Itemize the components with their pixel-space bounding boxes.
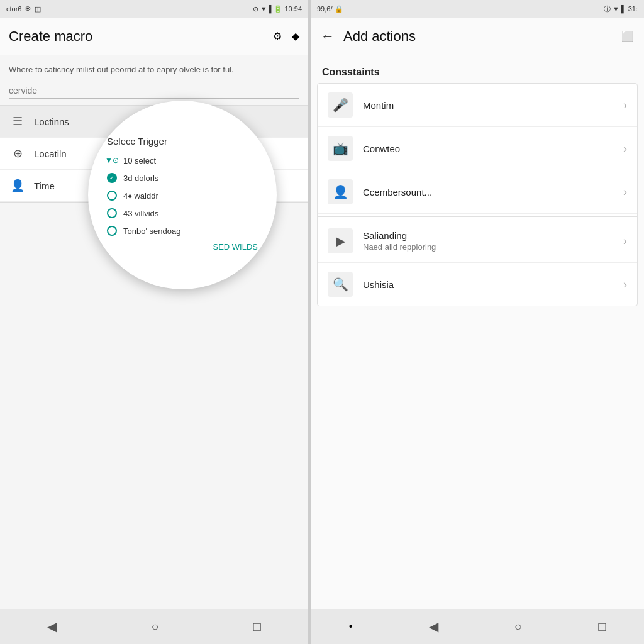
action-text-montim: Montim	[363, 100, 613, 111]
action-text-ccember: Ccembersount...	[363, 187, 613, 197]
action-title-ushisia: Ushisia	[363, 279, 613, 290]
status-bar-left: ctor6 👁 ◫ ⊙ ▼ ▌🔋 10:94	[0, 0, 308, 18]
dropdown-label-4: Tonbo' sendoag	[123, 226, 180, 236]
app-bar-left: Create macro ⚙ ◆	[0, 18, 308, 55]
action-text-conwteo: Conwteo	[363, 143, 613, 154]
time-right: 31:	[628, 5, 638, 13]
bottom-nav-right: • ◀ ○ □	[311, 609, 644, 644]
status-bar-right: 99,6/ 🔒 ⓘ ▼ ▌ 31:	[311, 0, 644, 18]
dropdown-check-2	[107, 191, 117, 201]
dropdown-overlay: Selecc Trigger ▼⊙ 10 select ✓ 3d dolorls…	[88, 101, 277, 289]
dropdown-check-3	[107, 208, 117, 218]
bottom-nav-left: ◀ ○ □	[0, 609, 308, 644]
recents-button-right[interactable]: □	[598, 619, 606, 634]
action-text-salianding: Salianding Naed aiid repploring	[363, 230, 613, 252]
recents-button-left[interactable]: □	[253, 619, 261, 634]
dropdown-item-2[interactable]: 4♦ waiddr	[94, 187, 270, 204]
search-icon: 🔍	[328, 272, 353, 297]
action-item-conwteo[interactable]: 📺 Conwteo ›	[318, 127, 637, 170]
page-title-right: Add actions	[343, 28, 416, 45]
action-item-ccember[interactable]: 👤 Ccembersount... ›	[318, 170, 637, 214]
dot-indicator: •	[349, 621, 353, 632]
action-subtitle-salianding: Naed aiid repploring	[363, 242, 613, 252]
dropdown-check-0: ▼⊙	[107, 155, 117, 165]
status-icons-right2: ⓘ ▼ ▌	[604, 5, 626, 13]
dropdown-label-2: 4♦ waiddr	[123, 191, 158, 201]
action-item-salianding[interactable]: ▶ Salianding Naed aiid repploring ›	[318, 219, 637, 263]
dropdown-check-1: ✓	[107, 173, 117, 183]
dropdown-item-1[interactable]: ✓ 3d dolorls	[94, 169, 270, 187]
dropdown-item-0[interactable]: ▼⊙ 10 select	[94, 152, 270, 169]
play-icon: ▶	[328, 228, 353, 253]
left-panel: ctor6 👁 ◫ ⊙ ▼ ▌🔋 10:94 Create macro ⚙ ◆ …	[0, 0, 308, 644]
status-left-icons: ctor6 👁 ◫	[6, 5, 41, 13]
action-item-montim[interactable]: 🎤 Montim ›	[318, 84, 637, 127]
chevron-icon-1: ›	[623, 142, 627, 155]
actions-list: 🎤 Montim › 📺 Conwteo › 👤 Ccembersount...…	[317, 83, 638, 306]
dropdown-label-3: 43 villvids	[123, 209, 158, 218]
dropdown-label-0: 10 select	[123, 156, 156, 165]
person-icon: 👤	[328, 179, 353, 204]
app-name-left: ctor6	[6, 5, 21, 13]
chevron-icon-4: ›	[623, 278, 627, 291]
dropdown-item-3[interactable]: 43 villvids	[94, 204, 270, 222]
status-icon-2: ◫	[35, 5, 41, 13]
chevron-icon-3: ›	[623, 235, 627, 248]
dropdown-check-4	[107, 226, 117, 236]
list-divider	[318, 216, 637, 217]
dropdown-label-1: 3d dolorls	[123, 174, 158, 183]
back-button-left[interactable]: ◀	[47, 619, 57, 634]
description-text: Where to caticncy milist out peorrid at …	[0, 55, 308, 80]
home-button-right[interactable]: ○	[514, 619, 522, 634]
app-bar-left-section: ← Add actions	[321, 28, 416, 45]
dropdown-item-4[interactable]: Tonbo' sendoag	[94, 222, 270, 240]
back-arrow-right[interactable]: ←	[321, 28, 335, 45]
dropdown-action-button[interactable]: SED WILDS	[94, 240, 270, 254]
home-button-left[interactable]: ○	[151, 619, 158, 634]
dropdown-title: Selecc Trigger	[107, 136, 270, 147]
action-title-montim: Montim	[363, 100, 613, 111]
profile-icon[interactable]: ◆	[292, 30, 299, 42]
chevron-icon-2: ›	[623, 186, 627, 199]
status-left-right: 99,6/ 🔒	[317, 5, 343, 13]
app-bar-right: ← Add actions ⬜	[311, 18, 644, 55]
trigger-label-time: Time	[34, 180, 55, 191]
tv-icon: 📺	[328, 136, 353, 161]
action-title-ccember: Ccembersount...	[363, 187, 613, 197]
share-icon[interactable]: ⬜	[621, 30, 634, 42]
action-title-salianding: Salianding	[363, 230, 613, 241]
status-right-left: ⊙ ▼ ▌🔋 10:94	[253, 5, 302, 13]
location-icon: ⊕	[10, 147, 25, 160]
app-bar-icons-left: ⚙ ◆	[273, 30, 299, 42]
battery-right: 99,6/	[317, 5, 332, 13]
action-text-ushisia: Ushisia	[363, 279, 613, 290]
page-title-left: Create macro	[9, 28, 92, 45]
lock-icon: 🔒	[335, 5, 343, 13]
service-input[interactable]	[9, 83, 299, 99]
right-panel: 99,6/ 🔒 ⓘ ▼ ▌ 31: ← Add actions ⬜ Consst…	[311, 0, 644, 644]
microphone-icon: 🎤	[328, 92, 353, 118]
locations-icon: ☰	[10, 114, 25, 128]
trigger-label-location: Locatiln	[34, 148, 67, 159]
action-title-conwteo: Conwteo	[363, 143, 613, 154]
chevron-icon-0: ›	[623, 99, 627, 112]
status-icon-1: 👁	[25, 5, 31, 13]
settings-icon[interactable]: ⚙	[273, 30, 282, 42]
back-button-right[interactable]: ◀	[429, 619, 438, 634]
status-right-right: ⓘ ▼ ▌ 31:	[604, 4, 638, 14]
trigger-label-locations: Loctinns	[34, 116, 69, 127]
time-left: 10:94	[284, 5, 302, 13]
status-icons-right: ⊙ ▼ ▌🔋	[253, 5, 283, 13]
time-icon: 👤	[10, 179, 25, 192]
action-item-ushisia[interactable]: 🔍 Ushisia ›	[318, 263, 637, 306]
section-header: Consstaints	[311, 55, 644, 83]
